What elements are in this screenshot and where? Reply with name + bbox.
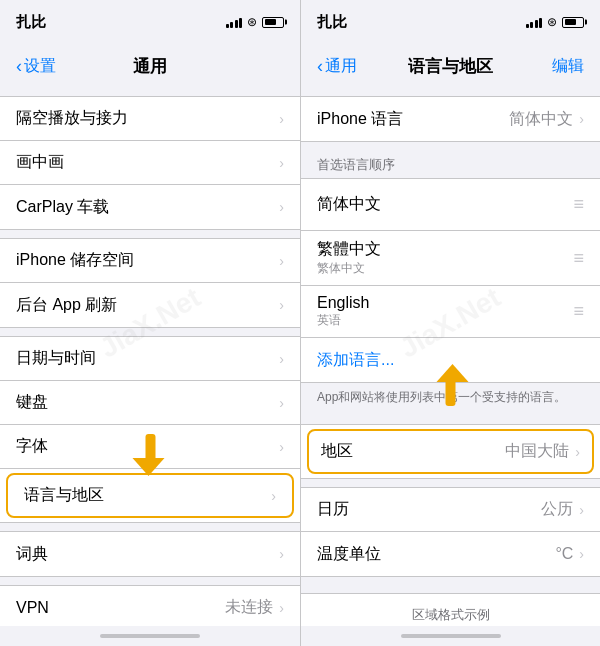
lang-main: English bbox=[317, 294, 573, 312]
home-indicator-left bbox=[0, 626, 300, 646]
chevron-icon: › bbox=[279, 546, 284, 562]
region-group: 地区 中国大陆 › bbox=[301, 424, 600, 479]
lang-note: App和网站将使用列表中第一个受支持的语言。 bbox=[301, 383, 600, 416]
list-item-region[interactable]: 地区 中国大陆 › bbox=[307, 429, 594, 474]
list-item-dictionary[interactable]: 词典 › bbox=[0, 532, 300, 576]
preferred-header: 首选语言顺序 bbox=[301, 150, 600, 178]
lang-item-simplified[interactable]: 简体中文 ≡ bbox=[301, 179, 600, 231]
carrier-right: 扎比 bbox=[317, 13, 347, 32]
list-item-pip[interactable]: 画中画 › bbox=[0, 141, 300, 185]
lang-item-english[interactable]: English 英语 ≡ bbox=[301, 286, 600, 338]
handle-icon: ≡ bbox=[573, 194, 584, 215]
list-item-background[interactable]: 后台 App 刷新 › bbox=[0, 283, 300, 327]
back-label-left: 设置 bbox=[24, 56, 56, 77]
list-item-storage[interactable]: iPhone 储存空间 › bbox=[0, 239, 300, 283]
status-bar-right: 扎比 ⊛ bbox=[301, 0, 600, 44]
nav-bar-left: ‹ 设置 通用 bbox=[0, 44, 300, 88]
nav-title-right: 语言与地区 bbox=[408, 55, 493, 78]
group-datetime: 日期与时间 › 键盘 › 字体 › 语言与地区 › bbox=[0, 336, 300, 523]
region-section: 地区 中国大陆 › bbox=[301, 424, 600, 479]
iphone-lang-group: iPhone 语言 简体中文 › bbox=[301, 96, 600, 142]
list-item-add-lang[interactable]: 添加语言... bbox=[301, 338, 600, 382]
chevron-icon: › bbox=[271, 488, 276, 504]
carrier-left: 扎比 bbox=[16, 13, 46, 32]
left-panel: 扎比 ⊛ ‹ 设置 通用 隔空播放与接力 › bbox=[0, 0, 300, 646]
group-vpn: VPN 未连接 › 描述文件 3 › bbox=[0, 585, 300, 626]
handle-icon: ≡ bbox=[573, 301, 584, 322]
handle-icon: ≡ bbox=[573, 248, 584, 269]
list-item-datetime[interactable]: 日期与时间 › bbox=[0, 337, 300, 381]
battery-icon bbox=[262, 17, 284, 28]
chevron-icon: › bbox=[279, 439, 284, 455]
list-item-keyboard[interactable]: 键盘 › bbox=[0, 381, 300, 425]
lang-item-traditional[interactable]: 繁體中文 繁体中文 ≡ bbox=[301, 231, 600, 286]
left-scroll: 隔空播放与接力 › 画中画 › CarPlay 车载 › iPhone 储存空间… bbox=[0, 88, 300, 626]
group-storage: iPhone 储存空间 › 后台 App 刷新 › bbox=[0, 238, 300, 328]
chevron-icon: › bbox=[279, 600, 284, 616]
list-item-iphone-lang[interactable]: iPhone 语言 简体中文 › bbox=[301, 97, 600, 141]
chevron-icon: › bbox=[279, 111, 284, 127]
languages-group: 简体中文 ≡ 繁體中文 繁体中文 ≡ English 英语 ≡ bbox=[301, 178, 600, 383]
chevron-icon: › bbox=[279, 253, 284, 269]
lang-main: 简体中文 bbox=[317, 194, 573, 215]
chevron-icon: › bbox=[279, 297, 284, 313]
wifi-icon: ⊛ bbox=[247, 15, 257, 29]
list-item-vpn[interactable]: VPN 未连接 › bbox=[0, 586, 300, 626]
list-item-language[interactable]: 语言与地区 › bbox=[6, 473, 294, 518]
chevron-icon: › bbox=[279, 351, 284, 367]
list-item-carplay[interactable]: CarPlay 车载 › bbox=[0, 185, 300, 229]
format-title: 区域格式示例 bbox=[317, 606, 584, 624]
chevron-icon: › bbox=[279, 395, 284, 411]
lang-main: 繁體中文 bbox=[317, 239, 573, 260]
edit-button[interactable]: 编辑 bbox=[552, 56, 584, 77]
back-button-right[interactable]: ‹ 通用 bbox=[317, 56, 357, 77]
chevron-icon: › bbox=[579, 546, 584, 562]
signal-icon-right bbox=[526, 16, 543, 28]
back-chevron-icon-right: ‹ bbox=[317, 57, 323, 75]
calendar-group: 日历 公历 › 温度单位 °C › bbox=[301, 487, 600, 577]
home-indicator-right bbox=[301, 626, 600, 646]
group-top: 隔空播放与接力 › 画中画 › CarPlay 车载 › bbox=[0, 96, 300, 230]
back-button-left[interactable]: ‹ 设置 bbox=[16, 56, 56, 77]
add-lang-label: 添加语言... bbox=[317, 350, 394, 371]
battery-icon-right bbox=[562, 17, 584, 28]
group-dict: 词典 › bbox=[0, 531, 300, 577]
right-panel: 扎比 ⊛ ‹ 通用 语言与地区 编辑 iPhone 语言 bbox=[300, 0, 600, 646]
list-item-fonts[interactable]: 字体 › bbox=[0, 425, 300, 469]
chevron-icon: › bbox=[279, 155, 284, 171]
lang-sub: 英语 bbox=[317, 312, 573, 329]
right-scroll: iPhone 语言 简体中文 › 首选语言顺序 简体中文 ≡ 繁體中文 繁体中文 bbox=[301, 88, 600, 626]
status-icons-right: ⊛ bbox=[526, 15, 585, 29]
signal-icon bbox=[226, 16, 243, 28]
status-bar-left: 扎比 ⊛ bbox=[0, 0, 300, 44]
nav-bar-right: ‹ 通用 语言与地区 编辑 bbox=[301, 44, 600, 88]
status-icons-left: ⊛ bbox=[226, 15, 285, 29]
nav-title-left: 通用 bbox=[133, 55, 167, 78]
wifi-icon-right: ⊛ bbox=[547, 15, 557, 29]
chevron-icon: › bbox=[579, 502, 584, 518]
back-label-right: 通用 bbox=[325, 56, 357, 77]
chevron-icon: › bbox=[279, 199, 284, 215]
list-item-airplay[interactable]: 隔空播放与接力 › bbox=[0, 97, 300, 141]
chevron-icon: › bbox=[579, 111, 584, 127]
back-chevron-icon-left: ‹ bbox=[16, 57, 22, 75]
list-item-temperature[interactable]: 温度单位 °C › bbox=[301, 532, 600, 576]
format-section: 区域格式示例 00:34 2020年8月29日 星期六 ¥1,234.56 4,… bbox=[301, 593, 600, 626]
chevron-icon: › bbox=[575, 444, 580, 460]
list-item-calendar[interactable]: 日历 公历 › bbox=[301, 488, 600, 532]
lang-sub: 繁体中文 bbox=[317, 260, 573, 277]
